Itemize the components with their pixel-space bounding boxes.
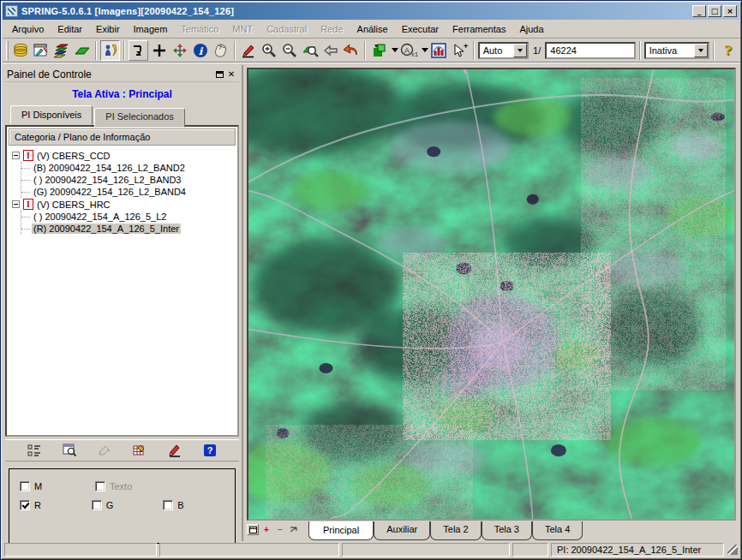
info-icon[interactable]: i xyxy=(190,40,210,61)
zoom-area-icon[interactable] xyxy=(301,40,320,61)
tree-node-label[interactable]: (V) CBERS_HRC xyxy=(37,200,111,210)
toolbar-separator xyxy=(95,41,97,60)
table-edit-icon[interactable] xyxy=(130,441,149,460)
tab-pi-disponiveis[interactable]: PI Disponíveis xyxy=(10,105,93,125)
status-cell-4 xyxy=(512,543,548,557)
tree-leaf-hrc-l2[interactable]: ( ) 20090422_154_A_126_5_L2 xyxy=(21,211,236,223)
collapse-icon[interactable] xyxy=(12,200,20,208)
scale-denominator-input[interactable]: 46224 xyxy=(545,42,635,59)
database-icon[interactable] xyxy=(11,40,31,61)
mode-value: Inativa xyxy=(649,45,677,56)
plus-cursor-icon[interactable] xyxy=(149,40,169,61)
corner-arrow-icon[interactable] xyxy=(129,40,148,61)
tree-node-cbers-ccd[interactable]: I (V) CBERS_CCD xyxy=(12,149,236,162)
move-icon[interactable] xyxy=(170,40,189,61)
chevron-down-icon[interactable] xyxy=(513,44,527,57)
menu-ajuda[interactable]: Ajuda xyxy=(513,21,549,37)
panel-help-icon[interactable]: ? xyxy=(200,441,219,460)
resize-grip-icon[interactable] xyxy=(727,545,738,555)
acquire-point-icon[interactable]: ++ xyxy=(450,40,470,61)
window-mini-icon[interactable] xyxy=(247,524,259,535)
tab-principal[interactable]: Principal xyxy=(308,521,374,540)
tree-leaf-hrc-inter[interactable]: (R) 20090422_154_A_126_5_Inter xyxy=(21,223,236,235)
undo-icon[interactable] xyxy=(341,40,361,61)
menu-exibir[interactable]: Exibir xyxy=(90,21,126,37)
collapse-icon[interactable] xyxy=(12,152,20,159)
image-category-icon: I xyxy=(23,199,33,210)
checkbox-m[interactable]: M xyxy=(20,481,95,491)
menu-editar[interactable]: Editar xyxy=(51,21,88,37)
tree-leaf-band4[interactable]: (G) 20090422_154_126_L2_BAND4 xyxy=(21,186,236,198)
mode-combobox[interactable]: Inativa xyxy=(644,42,710,59)
maximize-button[interactable]: □ xyxy=(708,5,721,17)
zoom-out-icon[interactable] xyxy=(280,40,300,61)
active-screen-label: Tela Ativa : Principal xyxy=(5,82,239,105)
satellite-image-canvas[interactable] xyxy=(247,68,736,521)
toolbar-separator xyxy=(364,41,366,60)
close-button[interactable]: × xyxy=(723,5,737,17)
menu-ferramentas[interactable]: Ferramentas xyxy=(446,21,512,37)
menu-cadastral: Cadastral xyxy=(260,21,313,37)
vector-edit-icon xyxy=(95,441,114,460)
checkbox-box[interactable] xyxy=(20,500,30,510)
layers-icon[interactable] xyxy=(52,40,72,61)
title-bar[interactable]: SPRING-5.0.6.1 [Imagens][20090422_154_12… xyxy=(3,3,739,20)
menu-tematico: Temático xyxy=(175,21,224,37)
scale-dropdown-arrow[interactable] xyxy=(422,48,428,56)
checkbox-b[interactable]: B xyxy=(163,500,235,510)
menu-analise[interactable]: Análise xyxy=(351,21,394,37)
screen-tab-bar: + − Principal Auxiliar Tela 2 Tela 3 Tel… xyxy=(247,521,736,541)
tab-tela4[interactable]: Tela 4 xyxy=(532,521,583,540)
layer-tree: Categoria / Plano de Informação I (V) CB… xyxy=(5,125,239,437)
checkbox-box[interactable] xyxy=(20,481,30,491)
minimize-button[interactable]: _ xyxy=(692,5,706,17)
tab-tela2[interactable]: Tela 2 xyxy=(430,521,481,540)
toolbar-separator xyxy=(123,41,125,60)
list-check-icon[interactable] xyxy=(25,441,44,460)
zoom-in-icon[interactable] xyxy=(260,40,279,61)
back-arrow-icon[interactable] xyxy=(320,40,340,61)
checkbox-box[interactable] xyxy=(92,500,102,510)
tree-node-cbers-hrc[interactable]: I (V) CBERS_HRC xyxy=(12,198,236,211)
tree-leaf-band3[interactable]: ( ) 20090422_154_126_L2_BAND3 xyxy=(21,174,236,186)
close-panel-icon[interactable]: ✕ xyxy=(225,69,237,80)
zoom-scale-combobox[interactable]: Auto xyxy=(478,42,529,59)
project-icon[interactable] xyxy=(32,40,51,61)
checkbox-g[interactable]: G xyxy=(92,500,164,510)
histogram-icon[interactable] xyxy=(429,40,449,61)
band-checkbox-group: M Texto R G xyxy=(9,468,236,544)
zoom-scale-value: Auto xyxy=(483,45,503,56)
help-icon[interactable]: ? xyxy=(718,40,738,61)
pointer-select-icon[interactable] xyxy=(100,40,120,61)
add-screen-icon[interactable]: + xyxy=(260,524,272,535)
tree-leaf-band2[interactable]: (B) 20090422_154_126_L2_BAND2 xyxy=(21,162,236,174)
toolbar-grip[interactable] xyxy=(6,41,9,60)
menu-executar[interactable]: Executar xyxy=(396,21,445,37)
checkbox-r[interactable]: R xyxy=(20,500,92,510)
scale-prefix-label: 1/ xyxy=(533,45,541,56)
maximize-screen-icon[interactable] xyxy=(288,524,300,535)
tab-auxiliar[interactable]: Auxiliar xyxy=(374,521,430,540)
preview-window-icon[interactable] xyxy=(60,441,79,460)
menu-imagem[interactable]: Imagem xyxy=(128,21,174,37)
tree-node-label[interactable]: (V) CBERS_CCD xyxy=(37,151,111,161)
raster-layers-icon[interactable] xyxy=(369,40,389,61)
edit-pencil-icon[interactable] xyxy=(239,40,259,61)
raster-dropdown-arrow[interactable] xyxy=(392,48,398,56)
scale-x1-icon[interactable]: Ax1 xyxy=(399,40,419,61)
svg-text:?: ? xyxy=(206,445,212,456)
draw-plane-icon[interactable] xyxy=(73,40,93,61)
tab-tela3[interactable]: Tela 3 xyxy=(482,521,532,540)
menu-arquivo[interactable]: Arquivo xyxy=(6,21,50,37)
float-panel-icon[interactable] xyxy=(213,69,225,80)
toolbar-separator xyxy=(639,41,641,60)
contrast-pencil-icon[interactable] xyxy=(165,441,184,460)
checkbox-box[interactable] xyxy=(163,500,173,510)
menu-mnt: MNT xyxy=(226,21,259,37)
tab-pi-selecionados[interactable]: PI Selecionados xyxy=(94,108,185,128)
status-bar: PI: 20090422_154_A_126_5_Inter xyxy=(3,541,739,557)
chevron-down-icon[interactable] xyxy=(694,44,708,57)
panel-icon-row: ? xyxy=(5,439,239,462)
mouse-icon[interactable] xyxy=(211,40,230,61)
remove-screen-icon[interactable]: − xyxy=(274,524,286,535)
